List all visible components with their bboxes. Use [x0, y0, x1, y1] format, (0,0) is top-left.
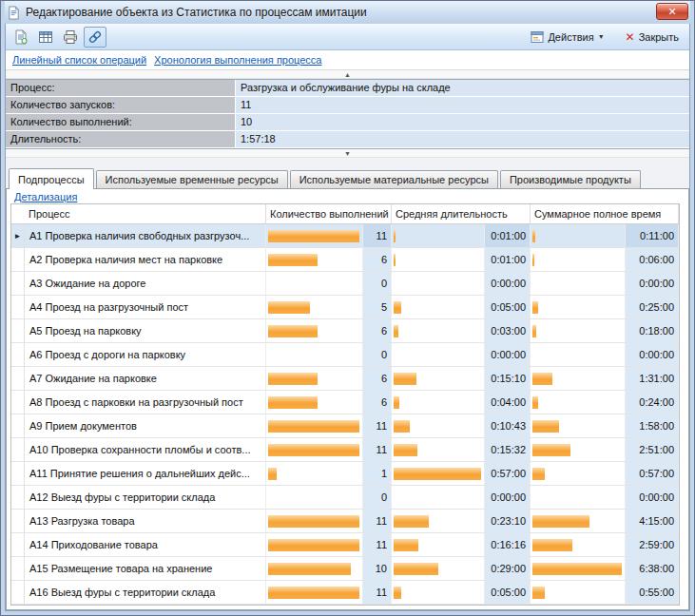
avg-duration-bar	[392, 296, 485, 318]
avg-duration-value: 0:23:10	[485, 510, 531, 532]
tab-4[interactable]: Производимые продукты	[500, 170, 641, 188]
table-row[interactable]: A8 Проезд с парковки на разгрузочный пос…	[11, 391, 679, 414]
avg-duration-value: 0:01:00	[485, 224, 531, 247]
avg-duration-value: 0:01:00	[485, 248, 531, 271]
total-time-value: 0:00:00	[626, 486, 679, 509]
column-header[interactable]: Суммарное полное время	[531, 204, 679, 223]
property-row: Процесс: Разгрузка и обслуживание фуры н…	[6, 80, 689, 97]
process-name: A2 Проверка наличия мест на парковке	[25, 248, 266, 271]
tab-page-subprocesses: Детализация ПроцессКоличество выполнений…	[6, 188, 689, 610]
table-row[interactable]: A11 Принятие решения о дальнейших дейс..…	[11, 462, 679, 486]
total-time-value: 0:00:00	[626, 272, 679, 295]
link-process-chronology[interactable]: Хронология выполнения процесса	[154, 54, 321, 66]
close-x-icon: ✕	[626, 30, 635, 44]
total-time-value: 0:00:00	[626, 343, 679, 366]
avg-duration-bar	[392, 367, 485, 390]
property-value[interactable]: 11	[236, 97, 689, 114]
avg-duration-value: 0:00:00	[485, 486, 531, 509]
detail-link[interactable]: Детализация	[14, 191, 77, 202]
hyperlinks-row: Линейный список операций Хронология выпо…	[6, 50, 689, 70]
splitter-collapse-up[interactable]: ▲	[6, 70, 689, 79]
avg-duration-bar	[392, 438, 485, 461]
table-row[interactable]: A14 Приходование товара 11 0:16:16 2:59:…	[11, 533, 679, 557]
row-marker	[11, 343, 25, 366]
column-header[interactable]: Количество выполнений	[266, 204, 392, 223]
total-time-bar	[531, 319, 626, 342]
property-value[interactable]: Разгрузка и обслуживание фуры на складе	[236, 80, 689, 97]
tab-1[interactable]: Подпроцессы	[9, 168, 94, 189]
total-time-bar	[531, 224, 626, 247]
row-marker	[11, 533, 25, 556]
avg-duration-value: 0:00:00	[485, 272, 531, 295]
table-row[interactable]: A10 Проверка сохранности пломбы и соотв.…	[11, 438, 679, 462]
column-header[interactable]: Процесс	[11, 204, 266, 223]
avg-duration-value: 0:15:10	[485, 367, 531, 390]
tab-3[interactable]: Используемые материальные ресурсы	[290, 170, 498, 188]
window-close-button[interactable]: ✕	[656, 3, 688, 20]
count-bar	[266, 272, 363, 295]
table-row[interactable]: A9 Прием документов 11 0:10:43 1:58:00	[11, 414, 679, 438]
avg-duration-bar	[392, 510, 485, 532]
properties-grid: Процесс: Разгрузка и обслуживание фуры н…	[6, 79, 689, 149]
table-row[interactable]: A12 Выезд фуры с территории склада 0 0:0…	[11, 486, 679, 510]
tab-2[interactable]: Используемые временные ресурсы	[96, 170, 288, 188]
table-view-button[interactable]	[34, 27, 57, 48]
table-row[interactable]: A7 Ожидание на парковке 6 0:15:10 1:31:0…	[11, 367, 679, 391]
total-time-value: 0:18:00	[626, 319, 679, 342]
table-row[interactable]: A3 Ожидание на дороге 0 0:00:00 0:00:00	[11, 272, 679, 296]
avg-duration-bar	[392, 414, 485, 437]
row-marker	[11, 510, 25, 532]
avg-duration-bar	[392, 272, 485, 295]
dialog-client-area: Действия ▼ ✕ Закрыть Линейный список опе…	[5, 24, 690, 611]
avg-duration-bar	[392, 462, 485, 485]
table-body: ► A1 Проверка наличия свободных разгрузо…	[11, 224, 679, 605]
avg-duration-value: 0:00:00	[485, 343, 531, 366]
count-value: 6	[363, 391, 392, 414]
table-row[interactable]: ► A1 Проверка наличия свободных разгрузо…	[11, 224, 679, 248]
table-icon	[38, 29, 53, 45]
table-row[interactable]: A16 Выезд фуры с территории склада 11 0:…	[11, 581, 679, 605]
close-button[interactable]: ✕ Закрыть	[619, 28, 685, 47]
table-row[interactable]: A5 Проезд на парковку 6 0:03:00 0:18:00	[11, 319, 679, 343]
property-value[interactable]: 1:57:18	[236, 131, 689, 148]
actions-button[interactable]: Действия ▼	[524, 28, 610, 47]
table-row[interactable]: A15 Размещение товара на хранение 10 0:2…	[11, 557, 679, 581]
total-time-value: 1:58:00	[626, 414, 679, 437]
table-header: ПроцессКоличество выполненийСредняя длит…	[11, 204, 679, 224]
count-value: 6	[363, 367, 392, 390]
total-time-bar	[531, 296, 626, 318]
close-button-label: Закрыть	[639, 31, 679, 43]
link-mode-button[interactable]	[84, 27, 106, 48]
avg-duration-value: 0:15:32	[485, 438, 531, 461]
column-header[interactable]: Средняя длительность	[392, 204, 531, 223]
total-time-bar	[531, 414, 626, 437]
row-marker	[11, 462, 25, 485]
property-value[interactable]: 10	[236, 114, 689, 131]
total-time-value: 2:51:00	[626, 438, 679, 461]
table-row[interactable]: A6 Проезд с дороги на парковку 0 0:00:00…	[11, 343, 679, 367]
splitter-collapse-down[interactable]: ▼	[6, 149, 689, 158]
count-value: 5	[363, 296, 392, 318]
avg-duration-value: 0:04:00	[485, 391, 531, 414]
total-time-value: 0:55:00	[626, 581, 679, 604]
count-bar	[266, 391, 363, 414]
property-row: Количество выполнений: 10	[6, 114, 689, 131]
count-value: 11	[363, 533, 392, 556]
statistics-table: ПроцессКоличество выполненийСредняя длит…	[10, 203, 680, 606]
avg-duration-bar	[392, 319, 485, 342]
table-row[interactable]: A13 Разгрузка товара 11 0:23:10 4:15:00	[11, 510, 679, 533]
total-time-value: 0:11:00	[626, 224, 679, 247]
refresh-document-button[interactable]	[10, 27, 32, 48]
count-value: 0	[363, 272, 392, 295]
total-time-value: 0:06:00	[626, 248, 679, 271]
link-linear-operations-list[interactable]: Линейный список операций	[12, 54, 146, 66]
avg-duration-value: 0:10:43	[485, 414, 531, 437]
total-time-bar	[531, 581, 626, 604]
print-button[interactable]	[59, 27, 82, 48]
property-label: Длительность:	[6, 131, 236, 148]
count-bar	[266, 343, 363, 366]
avg-duration-bar	[392, 533, 485, 556]
avg-duration-bar	[392, 486, 485, 509]
table-row[interactable]: A2 Проверка наличия мест на парковке 6 0…	[11, 248, 679, 272]
table-row[interactable]: A4 Проезд на разгрузочный пост 5 0:05:00…	[11, 296, 679, 319]
